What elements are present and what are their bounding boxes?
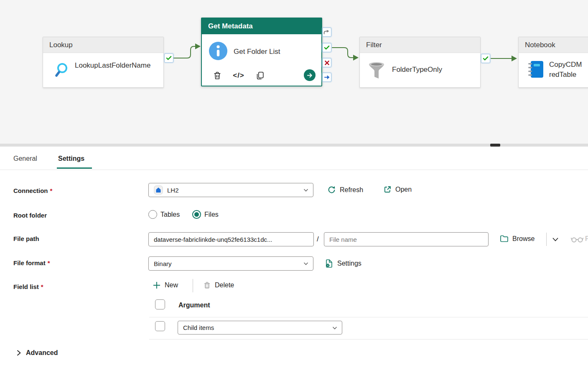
- activity-name: LookupLastFolderName: [75, 61, 158, 71]
- required-asterisk: *: [41, 283, 43, 290]
- preview-data-glasses-icon: [570, 236, 584, 243]
- advanced-chevron-right-icon[interactable]: [16, 350, 22, 356]
- activity-type-label: Notebook: [519, 37, 588, 53]
- panel-resize-handle[interactable]: [490, 144, 500, 147]
- activity-type-label: Filter: [360, 37, 480, 53]
- required-asterisk: *: [48, 259, 50, 266]
- success-check-icon: [323, 44, 330, 51]
- connection-label: Connection*: [13, 187, 52, 194]
- filter-funnel-icon: [367, 60, 386, 79]
- delete-activity-icon[interactable]: [212, 71, 222, 81]
- chevron-down-icon: [332, 325, 338, 331]
- activity-card-lookup[interactable]: Lookup LookupLastFolderName: [43, 37, 164, 88]
- activity-name: Get Folder List: [234, 47, 317, 57]
- root-folder-label: Root folder: [13, 212, 47, 219]
- format-settings-button[interactable]: Settings: [325, 259, 361, 268]
- delete-field-button[interactable]: Delete: [203, 281, 234, 289]
- radio-files[interactable]: [192, 210, 201, 219]
- fail-x-icon: [324, 60, 330, 66]
- success-check-icon: [482, 55, 489, 62]
- connection-dropdown[interactable]: LH2: [148, 183, 313, 197]
- notebook-icon: [527, 60, 545, 79]
- properties-panel: General Settings Connection* LH2 Refresh: [0, 147, 588, 365]
- argument-column-header: Argument: [178, 302, 210, 309]
- connection-value: LH2: [167, 187, 179, 194]
- tabs-divider: [0, 170, 588, 170]
- code-view-icon[interactable]: </>: [234, 71, 244, 81]
- activity-type-label: Lookup: [43, 37, 163, 53]
- chevron-down-icon: [303, 187, 309, 193]
- argument-row-checkbox[interactable]: [155, 321, 165, 331]
- field-buttons-divider: [193, 279, 193, 292]
- new-field-button[interactable]: New: [153, 281, 178, 289]
- activity-card-notebook[interactable]: Notebook CopyCDM redTable: [518, 37, 588, 88]
- advanced-toggle[interactable]: Advanced: [26, 349, 58, 357]
- path-separator: /: [317, 235, 319, 243]
- success-check-icon: [165, 55, 172, 61]
- refresh-icon: [327, 185, 336, 194]
- activity-card-get-metadata[interactable]: Get Metadata Get Folder List </>: [201, 18, 322, 86]
- info-icon: [209, 42, 227, 60]
- file-format-dropdown[interactable]: Binary: [148, 256, 313, 271]
- activity-type-label: Get Metadata: [202, 18, 321, 34]
- lookup-search-icon: [55, 62, 71, 79]
- radio-files-label[interactable]: Files: [204, 211, 219, 218]
- trash-icon: [203, 281, 211, 289]
- pipeline-canvas[interactable]: Lookup LookupLastFolderName Get Metadata…: [0, 0, 588, 144]
- completion-arrow-icon: [323, 74, 330, 81]
- field-list-label: Field list*: [13, 283, 43, 290]
- browse-divider: [546, 233, 547, 246]
- clone-activity-icon[interactable]: [255, 71, 265, 81]
- browse-chevron-down-icon[interactable]: [551, 237, 560, 243]
- file-path-label: File path: [13, 235, 39, 242]
- open-button[interactable]: Open: [383, 185, 412, 194]
- radio-tables[interactable]: [148, 210, 157, 219]
- browse-button[interactable]: Browse: [500, 235, 535, 243]
- filter-success-port[interactable]: [481, 54, 490, 63]
- argument-value-dropdown[interactable]: Child items: [178, 321, 342, 335]
- preview-data-label-clipped: P: [585, 235, 588, 243]
- folder-icon: [500, 235, 509, 243]
- required-asterisk: *: [50, 187, 53, 194]
- tab-settings[interactable]: Settings: [58, 155, 84, 162]
- get-metadata-completion-port[interactable]: [322, 73, 331, 82]
- argument-header-checkbox[interactable]: [155, 299, 165, 309]
- argument-value: Child items: [183, 324, 214, 331]
- pipeline-editor: Lookup LookupLastFolderName Get Metadata…: [0, 0, 588, 365]
- radio-tables-label[interactable]: Tables: [160, 211, 180, 218]
- get-metadata-fail-port[interactable]: [322, 58, 331, 67]
- file-name-input[interactable]: [324, 232, 489, 246]
- file-settings-icon: [325, 259, 333, 268]
- plus-icon: [153, 281, 161, 289]
- activity-name: CopyCDM redTable: [549, 60, 588, 80]
- active-tab-underline: [57, 167, 92, 169]
- activity-name: FolderTypeOnly: [392, 65, 476, 75]
- file-path-directory-input[interactable]: [148, 232, 314, 246]
- open-external-icon: [383, 185, 392, 194]
- tab-general[interactable]: General: [13, 155, 37, 162]
- get-metadata-success-port[interactable]: [322, 43, 331, 52]
- skip-arrow-icon: [323, 29, 330, 35]
- table-header-divider: [149, 317, 588, 317]
- add-next-activity-button[interactable]: [304, 69, 316, 81]
- lakehouse-icon: [154, 185, 163, 195]
- table-row-divider: [149, 339, 588, 340]
- arrow-right-icon: [307, 72, 313, 79]
- file-format-label: File format*: [13, 259, 50, 266]
- activity-card-filter[interactable]: Filter FolderTypeOnly: [359, 37, 481, 88]
- lookup-success-port[interactable]: [164, 53, 173, 63]
- file-format-value: Binary: [154, 260, 172, 267]
- refresh-button[interactable]: Refresh: [327, 185, 363, 194]
- chevron-down-icon: [303, 261, 309, 266]
- get-metadata-skip-port[interactable]: [322, 28, 331, 37]
